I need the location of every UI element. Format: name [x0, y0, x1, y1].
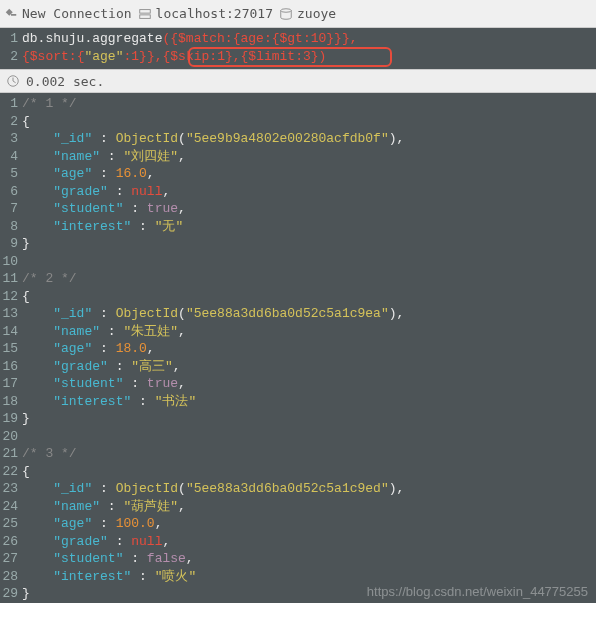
- status-bar: 0.002 sec.: [0, 69, 596, 93]
- line-number: 27: [0, 550, 22, 568]
- line-number: 10: [0, 253, 22, 271]
- clock-icon: [6, 74, 20, 88]
- line-number: 21: [0, 445, 22, 463]
- svg-rect-0: [11, 14, 16, 16]
- line-number: 9: [0, 235, 22, 253]
- line-number: 18: [0, 393, 22, 411]
- line-number: 12: [0, 288, 22, 306]
- execution-time: 0.002 sec.: [26, 74, 104, 89]
- svg-rect-2: [139, 14, 150, 18]
- line-number: 3: [0, 130, 22, 148]
- line-number: 23: [0, 480, 22, 498]
- line-number: 5: [0, 165, 22, 183]
- line-number: 8: [0, 218, 22, 236]
- line-number: 2: [0, 48, 22, 66]
- result-viewer[interactable]: 1/* 1 */2{3 "_id" : ObjectId("5ee9b9a480…: [0, 93, 596, 603]
- line-number: 20: [0, 428, 22, 446]
- database-icon: [279, 7, 293, 21]
- line-number: 2: [0, 113, 22, 131]
- line-number: 13: [0, 305, 22, 323]
- line-number: 19: [0, 410, 22, 428]
- query-editor[interactable]: 1db.shuju.aggregate({$match:{age:{$gt:10…: [0, 28, 596, 69]
- database-label: zuoye: [297, 6, 336, 21]
- line-number: 1: [0, 95, 22, 113]
- toolbar: New Connection localhost:27017 zuoye: [0, 0, 596, 28]
- new-connection-button[interactable]: New Connection: [4, 6, 132, 21]
- database-button[interactable]: zuoye: [279, 6, 336, 21]
- line-number: 14: [0, 323, 22, 341]
- new-connection-label: New Connection: [22, 6, 132, 21]
- line-number: 4: [0, 148, 22, 166]
- host-label: localhost:27017: [156, 6, 273, 21]
- line-number: 24: [0, 498, 22, 516]
- line-number: 15: [0, 340, 22, 358]
- plug-icon: [4, 7, 18, 21]
- line-number: 7: [0, 200, 22, 218]
- line-number: 29: [0, 585, 22, 603]
- svg-point-3: [281, 8, 292, 12]
- line-number: 16: [0, 358, 22, 376]
- line-number: 28: [0, 568, 22, 586]
- server-icon: [138, 7, 152, 21]
- line-number: 6: [0, 183, 22, 201]
- line-number: 22: [0, 463, 22, 481]
- line-number: 25: [0, 515, 22, 533]
- line-number: 1: [0, 30, 22, 48]
- host-button[interactable]: localhost:27017: [138, 6, 273, 21]
- line-number: 11: [0, 270, 22, 288]
- svg-rect-1: [139, 9, 150, 13]
- line-number: 26: [0, 533, 22, 551]
- line-number: 17: [0, 375, 22, 393]
- watermark: https://blog.csdn.net/weixin_44775255: [367, 584, 588, 599]
